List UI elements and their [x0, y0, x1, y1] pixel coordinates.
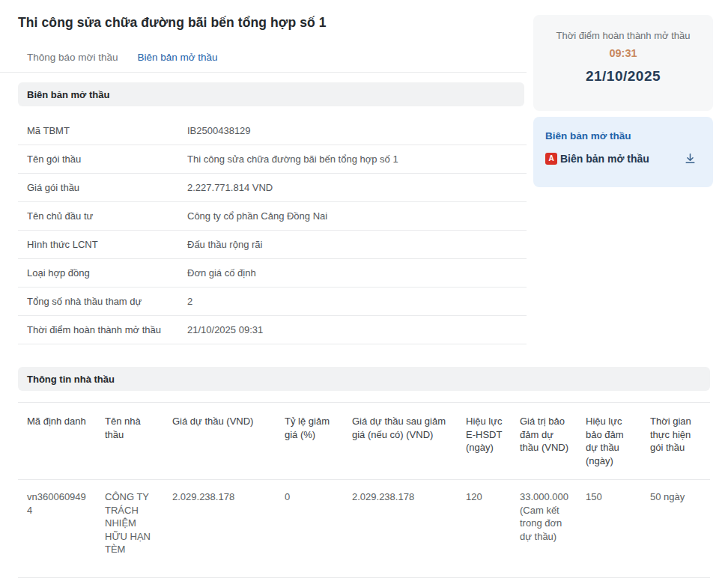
- completion-time-label: Thời điểm hoàn thành mở thầu: [533, 30, 713, 41]
- cell-guarantee-value: 33.000.000 (Cam kết trong đơn dự thầu): [511, 577, 577, 587]
- cell-contractor-name: CÔNG TY TRÁCH NHIỆM HỮU HẠN TÈM: [96, 480, 163, 578]
- detail-value: IB2500438129: [187, 125, 251, 136]
- cell-guarantee-validity: 150: [577, 577, 641, 587]
- bid-opening-page: Thi công sửa chữa đường bãi bến tổng hợp…: [0, 0, 728, 587]
- detail-row-thoi-diem-mo-thau: Thời điểm hoàn thành mở thầu 21/10/2025 …: [18, 316, 527, 344]
- tab-bar: Thông báo mời thầu Biên bản mở thầu: [0, 47, 527, 73]
- section-header-contractors: Thông tin nhà thầu: [18, 367, 710, 391]
- section-header-contractors-label: Thông tin nhà thầu: [27, 374, 115, 385]
- document-download-link[interactable]: Biên bản mở thầu: [560, 153, 649, 165]
- detail-label: Tên chủ đầu tư: [18, 210, 187, 222]
- detail-value: Công ty cổ phần Cảng Đồng Nai: [187, 210, 327, 222]
- detail-row-chu-dau-tu: Tên chủ đầu tư Công ty cổ phần Cảng Đồng…: [18, 202, 527, 231]
- detail-value: Đơn giá cố định: [187, 267, 256, 279]
- completion-time-value: 09:31: [533, 47, 713, 59]
- cell-discount-pct: 0: [276, 577, 343, 587]
- completion-date-value: 21/10/2025: [533, 68, 713, 85]
- bid-opening-document-card: Biên bản mở thầu A Biên bản mở thầu: [533, 117, 713, 187]
- contractor-row: vn0313335533 CÔNG TY CỔ PHẦN XÂY DỰNG QU…: [18, 577, 710, 587]
- col-header-ma-dinh-danh: Mã định danh: [18, 403, 96, 480]
- cell-guarantee-value: 33.000.000 (Cam kết trong đơn dự thầu): [511, 480, 577, 578]
- detail-label: Hình thức LCNT: [18, 239, 187, 250]
- cell-guarantee-validity: 150: [577, 480, 641, 578]
- detail-value: Đấu thầu rộng rãi: [187, 239, 262, 250]
- col-header-thoi-gian-thuc-hien: Thời gian thực hiện gói thầu: [641, 403, 710, 480]
- detail-value: Thi công sửa chữa đường bãi bến tổng hợp…: [187, 153, 398, 165]
- page-title: Thi công sửa chữa đường bãi bến tổng hợp…: [18, 15, 327, 31]
- tab-bien-ban-mo-thau[interactable]: Biên bản mở thầu: [137, 47, 217, 72]
- col-header-gia-sau-giam-gia: Giá dự thầu sau giảm giá (nếu có) (VND): [343, 403, 457, 480]
- completion-time-card: Thời điểm hoàn thành mở thầu 09:31 21/10…: [533, 15, 713, 111]
- detail-row-so-nha-thau: Tổng số nhà thầu tham dự 2: [18, 288, 527, 316]
- col-header-hieu-luc-bao-dam: Hiệu lực bảo đảm dự thầu (ngày): [577, 403, 641, 480]
- document-row: A Biên bản mở thầu: [545, 152, 701, 165]
- contractor-row: vn3600609494 CÔNG TY TRÁCH NHIỆM HỮU HẠN…: [18, 480, 710, 578]
- bid-opening-details: Mã TBMT IB2500438129 Tên gói thầu Thi cô…: [18, 117, 527, 344]
- cell-contractor-id: vn0313335533: [18, 577, 96, 587]
- cell-bid-price: 2.105.373.914: [163, 577, 276, 587]
- detail-label: Mã TBMT: [18, 125, 187, 136]
- download-icon[interactable]: [684, 152, 697, 165]
- detail-value: 2: [187, 296, 192, 307]
- detail-row-loai-hop-dong: Loại hợp đồng Đơn giá cố định: [18, 259, 527, 288]
- section-header-bid-opening: Biên bản mở thầu: [18, 82, 524, 106]
- detail-value: 21/10/2025 09:31: [187, 324, 263, 335]
- cell-contractor-id: vn3600609494: [18, 480, 96, 578]
- detail-label: Thời điểm hoàn thành mở thầu: [18, 324, 187, 335]
- detail-row-hinh-thuc-lcnt: Hình thức LCNT Đấu thầu rộng rãi: [18, 231, 527, 259]
- tab-thong-bao-moi-thau[interactable]: Thông báo mời thầu: [27, 47, 118, 72]
- cell-price-after-discount: 2.105.373.914: [343, 577, 457, 587]
- col-header-gia-tri-bao-dam: Giá trị bảo đảm dự thầu (VND): [511, 403, 577, 480]
- cell-ehsdt-validity: 120: [457, 577, 511, 587]
- col-header-hieu-luc-ehsdt: Hiệu lực E-HSDT (ngày): [457, 403, 511, 480]
- detail-row-ma-tbmt: Mã TBMT IB2500438129: [18, 117, 527, 145]
- detail-row-ten-goi-thau: Tên gói thầu Thi công sửa chữa đường bãi…: [18, 145, 527, 174]
- section-header-bid-opening-label: Biên bản mở thầu: [27, 89, 109, 100]
- col-header-ten-nha-thau: Tên nhà thầu: [96, 403, 163, 480]
- detail-value: 2.227.771.814 VND: [187, 182, 273, 193]
- col-header-ty-le-giam-gia: Tỷ lệ giảm giá (%): [276, 403, 343, 480]
- detail-label: Tổng số nhà thầu tham dự: [18, 296, 187, 307]
- cell-bid-price: 2.029.238.178: [163, 480, 276, 578]
- detail-row-gia-goi-thau: Giá gói thầu 2.227.771.814 VND: [18, 174, 527, 202]
- cell-duration: 50 ngày: [641, 480, 710, 578]
- cell-ehsdt-validity: 120: [457, 480, 511, 578]
- contractors-header-row: Mã định danh Tên nhà thầu Giá dự thầu (V…: [18, 403, 710, 480]
- col-header-gia-du-thau: Giá dự thầu (VND): [163, 403, 276, 480]
- pdf-file-icon: A: [545, 153, 557, 165]
- cell-discount-pct: 0: [276, 480, 343, 578]
- document-card-title: Biên bản mở thầu: [545, 130, 701, 142]
- cell-contractor-name: CÔNG TY CỔ PHẦN XÂY DỰNG QUÝ LỘC: [96, 577, 163, 587]
- detail-label: Giá gói thầu: [18, 182, 187, 193]
- detail-label: Tên gói thầu: [18, 153, 187, 165]
- detail-label: Loại hợp đồng: [18, 267, 187, 279]
- cell-price-after-discount: 2.029.238.178: [343, 480, 457, 578]
- contractors-table: Mã định danh Tên nhà thầu Giá dự thầu (V…: [18, 402, 710, 587]
- cell-duration: 50 ngày: [641, 577, 710, 587]
